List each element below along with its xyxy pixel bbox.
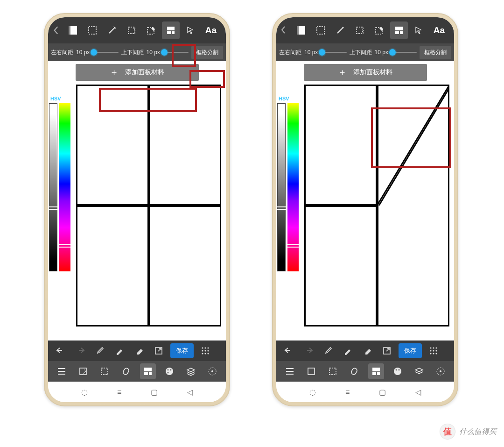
eraser-icon[interactable] <box>131 343 147 359</box>
nav-home-icon[interactable]: ▢ <box>379 388 386 397</box>
nav-recents-icon[interactable]: ≡ <box>345 388 350 397</box>
cursor-icon[interactable] <box>182 21 199 39</box>
wand-icon[interactable] <box>331 21 349 39</box>
horizontal-spacing-slider[interactable]: 左右间距 10 px <box>51 49 119 57</box>
layers-icon[interactable] <box>411 363 427 379</box>
edit-icon[interactable] <box>75 363 91 379</box>
back-chevron-icon[interactable] <box>50 17 62 43</box>
undo-icon[interactable] <box>53 343 69 359</box>
panel-tool2-icon[interactable] <box>140 363 156 379</box>
hue-slider[interactable] <box>287 103 299 271</box>
shape-tool-icon[interactable] <box>64 21 82 39</box>
screen-right: Aa 左右间距10 px 上下间距10 px 框格分割 ＋ 添加面板材料 HSV <box>276 17 454 402</box>
add-panel-material-button[interactable]: ＋ 添加面板材料 <box>304 64 427 81</box>
svg-rect-4 <box>128 27 135 34</box>
pencil-icon[interactable] <box>340 343 356 359</box>
open-external-icon[interactable] <box>151 343 167 359</box>
nav-assistant-icon[interactable]: ◌ <box>81 388 88 397</box>
svg-point-58 <box>394 368 401 375</box>
svg-point-48 <box>435 350 437 351</box>
comic-panel-grid <box>76 85 221 326</box>
nav-recents-icon[interactable]: ≡ <box>117 388 121 397</box>
watermark-text: 什么值得买 <box>459 427 497 437</box>
svg-rect-7 <box>167 31 171 34</box>
save-button[interactable]: 保存 <box>170 343 194 358</box>
plus-icon: ＋ <box>338 66 347 78</box>
wand-icon[interactable] <box>103 21 121 39</box>
palette-icon[interactable] <box>390 363 406 379</box>
panel-tool2-icon[interactable] <box>368 363 384 379</box>
erase-select-icon[interactable] <box>142 21 160 39</box>
cursor-icon[interactable] <box>410 21 427 39</box>
value-slider[interactable] <box>49 103 57 271</box>
horizontal-spacing-slider[interactable]: 左右间距10 px <box>279 49 347 57</box>
text-tool-button[interactable]: Aa <box>202 21 220 39</box>
svg-point-60 <box>398 369 399 371</box>
svg-line-40 <box>377 85 450 206</box>
rotate-icon[interactable] <box>118 363 134 379</box>
svg-point-27 <box>170 369 171 371</box>
add-panel-material-button[interactable]: ＋ 添加面板材料 <box>76 64 199 81</box>
target-icon[interactable] <box>204 363 220 379</box>
svg-rect-39 <box>400 31 403 34</box>
nav-back-icon[interactable]: ◁ <box>187 388 193 397</box>
rotate-icon[interactable] <box>346 363 362 379</box>
svg-point-28 <box>167 372 168 374</box>
palette-icon[interactable] <box>161 363 177 379</box>
marquee-icon[interactable] <box>84 21 101 39</box>
selection-icon[interactable] <box>97 363 112 379</box>
erase-select-icon[interactable] <box>371 21 388 39</box>
marquee-icon[interactable] <box>312 21 329 39</box>
vertical-spacing-slider[interactable]: 上下间距10 px <box>350 49 417 57</box>
svg-point-25 <box>166 368 173 375</box>
menu-icon[interactable] <box>54 363 70 379</box>
text-tool-button[interactable]: Aa <box>430 21 448 39</box>
shape-tool-icon[interactable] <box>292 21 310 39</box>
selection-icon[interactable] <box>325 363 341 379</box>
canvas-area[interactable]: HSV <box>276 82 454 341</box>
svg-point-10 <box>202 347 203 348</box>
redo-icon[interactable] <box>301 343 316 359</box>
eyedropper-icon[interactable] <box>92 343 108 359</box>
more-grid-icon[interactable] <box>426 343 441 359</box>
svg-rect-38 <box>395 31 399 34</box>
panel-split-button[interactable]: 框格分割 <box>420 46 451 59</box>
svg-point-17 <box>204 353 206 354</box>
svg-point-59 <box>395 369 397 371</box>
hue-slider[interactable] <box>59 103 70 271</box>
canvas-area[interactable]: HSV <box>48 82 226 341</box>
panel-spacing-bar: 左右间距10 px 上下间距10 px 框格分割 <box>276 43 454 61</box>
save-button[interactable]: 保存 <box>399 343 422 358</box>
value-slider[interactable] <box>277 103 286 271</box>
crop-icon[interactable] <box>351 21 369 39</box>
mid-toolbar: 保存 <box>276 341 454 361</box>
menu-icon[interactable] <box>282 363 298 379</box>
plus-icon: ＋ <box>110 66 119 78</box>
pencil-icon[interactable] <box>112 343 127 359</box>
svg-rect-23 <box>144 372 148 375</box>
svg-rect-57 <box>377 372 380 375</box>
layers-icon[interactable] <box>183 363 199 379</box>
eyedropper-icon[interactable] <box>320 343 336 359</box>
nav-back-icon[interactable]: ◁ <box>415 388 421 397</box>
target-icon[interactable] <box>433 363 448 379</box>
nav-assistant-icon[interactable]: ◌ <box>309 388 316 397</box>
svg-rect-53 <box>329 368 336 375</box>
crop-icon[interactable] <box>123 21 140 39</box>
back-chevron-icon[interactable] <box>278 17 290 43</box>
svg-rect-52 <box>308 368 315 375</box>
svg-point-51 <box>435 353 437 354</box>
open-external-icon[interactable] <box>379 343 395 359</box>
edit-icon[interactable] <box>303 363 319 379</box>
undo-icon[interactable] <box>281 343 297 359</box>
svg-rect-54 <box>351 367 358 375</box>
panel-tool-icon[interactable] <box>162 21 180 39</box>
nav-home-icon[interactable]: ▢ <box>151 388 158 397</box>
svg-rect-2 <box>89 27 96 34</box>
vertical-spacing-slider[interactable]: 上下间距 10 px <box>121 49 189 57</box>
more-grid-icon[interactable] <box>197 343 213 359</box>
eraser-icon[interactable] <box>359 343 375 359</box>
panel-split-button[interactable]: 框格分割 <box>191 46 223 59</box>
panel-tool-icon[interactable] <box>390 21 408 39</box>
redo-icon[interactable] <box>72 343 88 359</box>
